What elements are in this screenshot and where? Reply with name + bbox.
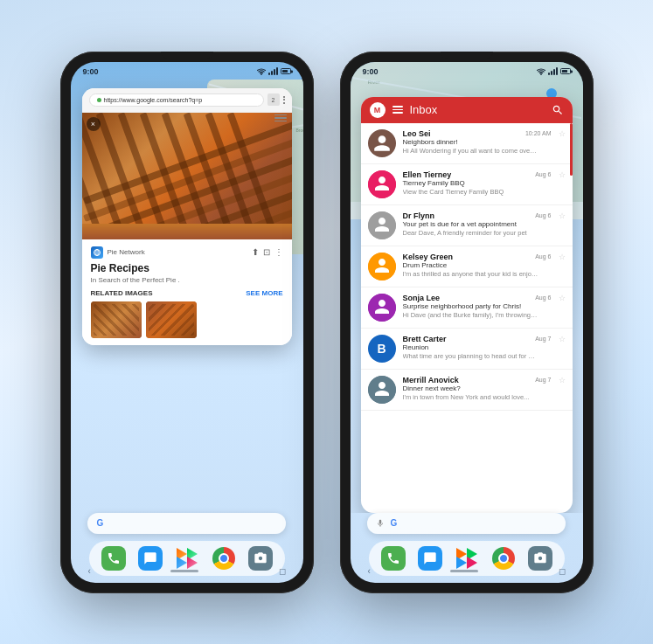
url-bar[interactable]: https://www.google.com/search?q=p [89, 93, 264, 107]
time-6: Aug 7 [535, 336, 551, 342]
preview-4: I'm as thrilled as anyone that your kid … [403, 270, 538, 278]
share-icon[interactable]: ⬆ [252, 247, 259, 257]
mic-icon[interactable] [376, 518, 385, 529]
svg-point-9 [368, 376, 396, 404]
star-7[interactable]: ☆ [559, 376, 566, 384]
page-title: Pie Recipes [91, 262, 283, 274]
left-phone: 9:00 [60, 52, 314, 593]
email-header-6: Brett Carter Aug 7 [403, 335, 552, 343]
star-2[interactable]: ☆ [559, 170, 566, 179]
signal-bars-right [548, 67, 558, 75]
recents-button-left[interactable]: ◻ [279, 566, 286, 576]
see-more-link[interactable]: SEE MORE [246, 289, 282, 297]
pie-lattice [82, 113, 292, 239]
email-item-4[interactable]: Kelsey Green Aug 6 Drum Practice I'm as … [361, 246, 573, 287]
gmail-header: M Inbox [361, 97, 573, 123]
recents-button-right[interactable]: ◻ [559, 566, 566, 576]
star-6[interactable]: ☆ [559, 335, 566, 343]
preview-3: Dear Dave, A friendly reminder for your … [403, 229, 538, 237]
time-4: Aug 6 [535, 253, 551, 260]
related-label: RELATED IMAGES [91, 289, 153, 297]
svg-point-7 [368, 253, 396, 280]
related-image-2[interactable] [146, 301, 197, 338]
avatar-7 [368, 376, 396, 404]
page-description: In Search of the Perfect Pie . [91, 276, 283, 284]
avatar-4 [368, 253, 396, 280]
avatar-3 [368, 211, 396, 239]
email-item-1[interactable]: Leo Sei 10:20 AM Neighbors dinner! Hi Al… [361, 123, 573, 164]
status-bar-left: 9:00 [71, 62, 303, 78]
sender-6: Brett Carter [403, 335, 447, 343]
sender-3: Dr Flynn [403, 211, 435, 220]
chrome-app-card[interactable]: https://www.google.com/search?q=p 2 [82, 88, 292, 345]
subject-5: Surprise neighborhood party for Chris! [403, 302, 552, 310]
home-button-left[interactable] [170, 570, 198, 572]
scroll-indicator [570, 123, 573, 176]
back-button-left[interactable]: ‹ [88, 566, 91, 576]
email-header-5: Sonja Lee Aug 6 [403, 294, 552, 302]
overflow-menu-icon[interactable] [283, 96, 285, 104]
hamburger-menu[interactable] [392, 106, 403, 114]
subject-1: Neighbors dinner! [403, 138, 552, 146]
email-header-2: Ellen Tierney Aug 6 [403, 170, 552, 179]
time-3: Aug 6 [535, 212, 551, 218]
email-item-2[interactable]: Ellen Tierney Aug 6 Tierney Family BBQ V… [361, 164, 573, 205]
more-icon[interactable]: ⋮ [274, 247, 283, 257]
google-logo-right: G [390, 518, 397, 528]
email-content-2: Ellen Tierney Aug 6 Tierney Family BBQ V… [403, 170, 552, 196]
avatar-6: B [368, 335, 396, 363]
gmail-m-logo: M [370, 102, 386, 118]
url-text: https://www.google.com/search?q=p [104, 97, 203, 103]
email-item-3[interactable]: Dr Flynn Aug 6 Your pet is due for a vet… [361, 205, 573, 246]
gmail-search-icon[interactable] [552, 104, 564, 116]
wifi-icon-right [537, 68, 545, 75]
home-button-right[interactable] [450, 570, 478, 572]
preview-1: Hi All Wondering if you all want to come… [403, 147, 538, 155]
email-content-1: Leo Sei 10:20 AM Neighbors dinner! Hi Al… [403, 129, 552, 155]
time-7: Aug 7 [535, 377, 551, 383]
sender-4: Kelsey Green [403, 253, 454, 261]
card-image-area: × [82, 113, 292, 239]
email-item-7[interactable]: Merrill Anovick Aug 7 Dinner next week? … [361, 370, 573, 411]
star-5[interactable]: ☆ [559, 294, 566, 302]
preview-7: I'm in town from New York and would love… [403, 393, 538, 401]
related-image-1[interactable] [91, 301, 142, 338]
pie-image [82, 113, 292, 239]
phone-notch-right [441, 52, 493, 59]
sender-7: Merrill Anovick [403, 376, 459, 384]
status-icons-left [257, 67, 291, 75]
subject-7: Dinner next week? [403, 384, 552, 392]
site-name: Pie Network [108, 248, 247, 256]
close-card-button[interactable]: × [87, 117, 101, 131]
sender-1: Leo Sei [403, 129, 431, 138]
time-2: Aug 6 [535, 171, 551, 177]
star-3[interactable]: ☆ [559, 211, 566, 220]
email-content-7: Merrill Anovick Aug 7 Dinner next week? … [403, 376, 552, 401]
chrome-browser-header: https://www.google.com/search?q=p 2 [82, 88, 292, 113]
subject-6: Reunion [403, 343, 552, 351]
gmail-app: M Inbox [351, 80, 583, 513]
recents-container: https://www.google.com/search?q=p 2 [71, 80, 303, 513]
left-phone-screen: 9:00 [71, 62, 303, 583]
email-item-5[interactable]: Sonja Lee Aug 6 Surprise neighborhood pa… [361, 287, 573, 329]
email-item-6[interactable]: B Brett Carter Aug 7 Reunion What time a… [361, 329, 573, 370]
google-search-bar-right[interactable]: G [367, 513, 565, 534]
google-logo-left: G [96, 518, 103, 528]
time-5: Aug 6 [535, 294, 551, 301]
time-1: 10:20 AM [525, 130, 552, 136]
subject-3: Your pet is due for a vet appointment [403, 220, 552, 228]
star-1[interactable]: ☆ [559, 129, 566, 138]
star-4[interactable]: ☆ [559, 253, 566, 261]
time-left: 9:00 [83, 67, 99, 76]
google-search-bar-left[interactable]: G [87, 513, 285, 534]
email-header-1: Leo Sei 10:20 AM [403, 129, 552, 138]
back-button-right[interactable]: ‹ [368, 566, 371, 576]
sender-5: Sonja Lee [403, 294, 441, 302]
bookmark-icon[interactable]: ⊡ [263, 247, 270, 257]
battery-icon-left [281, 68, 291, 74]
right-phone: 9:00 [340, 52, 594, 593]
svg-point-8 [368, 294, 396, 322]
email-content-5: Sonja Lee Aug 6 Surprise neighborhood pa… [403, 294, 552, 319]
svg-point-0 [261, 73, 262, 75]
tab-count[interactable]: 2 [267, 93, 280, 106]
